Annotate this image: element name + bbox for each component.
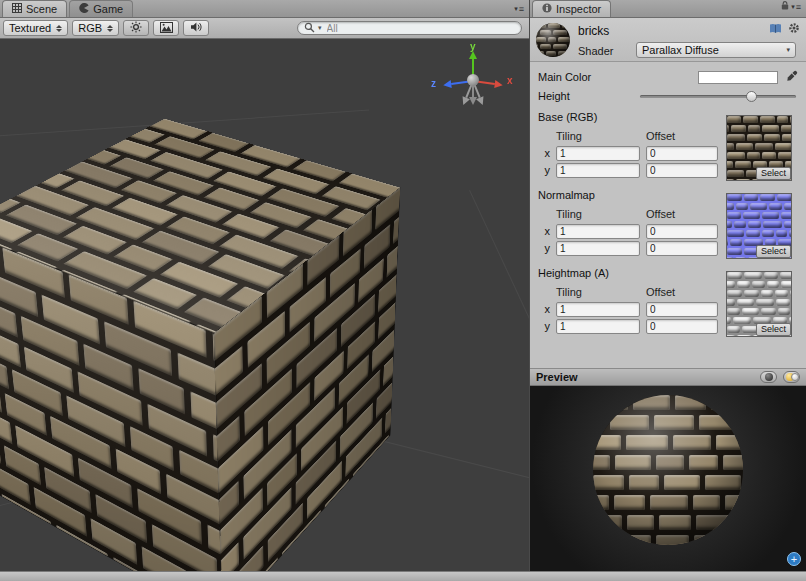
gizmo-label-y: y xyxy=(470,41,476,52)
sphere-shading xyxy=(593,395,743,545)
normal-select-button[interactable]: Select xyxy=(756,245,791,258)
tiling-header: Tiling xyxy=(556,130,640,142)
base-offset-y-input[interactable] xyxy=(646,163,718,178)
brick-row xyxy=(727,116,791,123)
gear-icon[interactable] xyxy=(788,22,800,36)
brick xyxy=(761,308,776,315)
scene-lighting-toggle[interactable] xyxy=(123,20,149,36)
render-mode-value: Textured xyxy=(9,22,51,34)
add-preview-button[interactable]: + xyxy=(787,552,801,566)
help-book-icon[interactable] xyxy=(769,23,782,36)
brick xyxy=(784,203,791,210)
chevron-down-icon: ▾ xyxy=(791,3,795,11)
map-row-y: y xyxy=(540,318,720,334)
brick xyxy=(760,116,775,123)
scene-skybox-toggle[interactable] xyxy=(153,20,179,36)
brick xyxy=(780,272,791,279)
brick xyxy=(387,246,398,278)
brick xyxy=(762,212,779,219)
normal-tiling-y-input[interactable] xyxy=(556,241,640,256)
scene-search-field[interactable]: ▾ xyxy=(297,21,522,35)
material-header: bricks Shader Parallax Diffuse ▾ xyxy=(530,18,806,62)
brick xyxy=(735,161,751,168)
landscape-icon xyxy=(160,22,173,35)
game-icon xyxy=(79,3,89,13)
height-tiling-y-input[interactable] xyxy=(556,319,640,334)
brick xyxy=(727,125,729,132)
brick-row xyxy=(727,212,791,219)
gizmo-center[interactable] xyxy=(467,74,479,86)
brick xyxy=(593,415,605,430)
tiling-header: Tiling xyxy=(556,208,640,220)
base-tiling-y-input[interactable] xyxy=(556,163,640,178)
map-headers: Tiling Offset xyxy=(540,284,720,300)
map-row-x: x xyxy=(540,145,720,161)
tab-inspector[interactable]: Inspector xyxy=(532,0,611,17)
preview-header[interactable]: Preview xyxy=(530,368,806,386)
channel-dropdown[interactable]: RGB xyxy=(72,20,119,36)
height-select-button[interactable]: Select xyxy=(756,323,791,336)
map-headers: Tiling Offset xyxy=(540,206,720,222)
map-row-y: y xyxy=(540,162,720,178)
inspector-pane-menu[interactable]: ▾≡ xyxy=(777,0,804,17)
scene-tabstrip: Scene Game ▾≡ xyxy=(0,0,529,18)
height-offset-x-input[interactable] xyxy=(646,302,718,317)
material-properties: Main Color Height Base (RGB) xyxy=(530,62,806,339)
brick xyxy=(790,116,791,123)
brick xyxy=(748,125,760,132)
brick xyxy=(727,281,735,288)
height-offset-y-input[interactable] xyxy=(646,319,718,334)
unity-editor-window: Scene Game ▾≡ Textured RGB xyxy=(0,0,806,581)
sun-icon xyxy=(130,21,142,35)
map-row-y: y xyxy=(540,240,720,256)
main-color-swatch[interactable] xyxy=(698,71,778,84)
tab-scene[interactable]: Scene xyxy=(2,0,67,17)
map-block-normal: Normalmap Tiling Offset x y xyxy=(538,189,798,261)
eyedropper-icon[interactable] xyxy=(786,70,798,84)
brick-row xyxy=(727,221,791,228)
scene-orientation-gizmo[interactable]: y x z xyxy=(429,42,515,120)
preview-viewport[interactable]: + xyxy=(530,386,806,571)
brick-row xyxy=(727,290,791,297)
scene-audio-toggle[interactable] xyxy=(183,20,209,36)
tab-game[interactable]: Game xyxy=(69,0,133,17)
base-tiling-x-input[interactable] xyxy=(556,146,640,161)
lock-icon[interactable] xyxy=(780,0,790,11)
y-axis-label: y xyxy=(540,320,550,332)
shader-dropdown[interactable]: Parallax Diffuse ▾ xyxy=(636,42,796,58)
brick xyxy=(761,290,773,297)
brick xyxy=(748,221,761,228)
brick xyxy=(727,308,740,315)
brick-row xyxy=(727,272,791,279)
height-slider[interactable] xyxy=(640,95,796,98)
preview-light-button[interactable] xyxy=(783,371,800,383)
brick xyxy=(743,116,758,123)
normal-tiling-x-input[interactable] xyxy=(556,224,640,239)
base-offset-x-input[interactable] xyxy=(646,146,718,161)
render-mode-dropdown[interactable]: Textured xyxy=(3,20,68,36)
chevron-down-icon: ▾ xyxy=(786,46,790,54)
scene-viewport[interactable]: y x z xyxy=(0,40,529,571)
normal-offset-y-input[interactable] xyxy=(646,241,718,256)
brick xyxy=(781,281,791,288)
brick xyxy=(727,257,733,258)
brick-row xyxy=(727,194,791,201)
preview-model-button[interactable] xyxy=(760,371,777,383)
brick xyxy=(727,299,735,306)
height-row: Height xyxy=(538,87,798,105)
brick xyxy=(735,257,746,258)
scene-pane-menu-icon[interactable]: ▾≡ xyxy=(511,4,527,17)
base-texture-thumbnail[interactable]: Select xyxy=(726,115,792,181)
scene-pane: Scene Game ▾≡ Textured RGB xyxy=(0,0,529,571)
search-input[interactable] xyxy=(325,22,515,35)
brick xyxy=(775,143,791,150)
brick xyxy=(730,239,742,246)
brick xyxy=(784,221,791,228)
height-slider-thumb[interactable] xyxy=(746,91,757,102)
base-select-button[interactable]: Select xyxy=(756,167,791,180)
normalmap-texture-thumbnail[interactable]: Select xyxy=(726,193,792,259)
height-tiling-x-input[interactable] xyxy=(556,302,640,317)
brick xyxy=(781,212,791,219)
normal-offset-x-input[interactable] xyxy=(646,224,718,239)
heightmap-texture-thumbnail[interactable]: Select xyxy=(726,271,792,337)
